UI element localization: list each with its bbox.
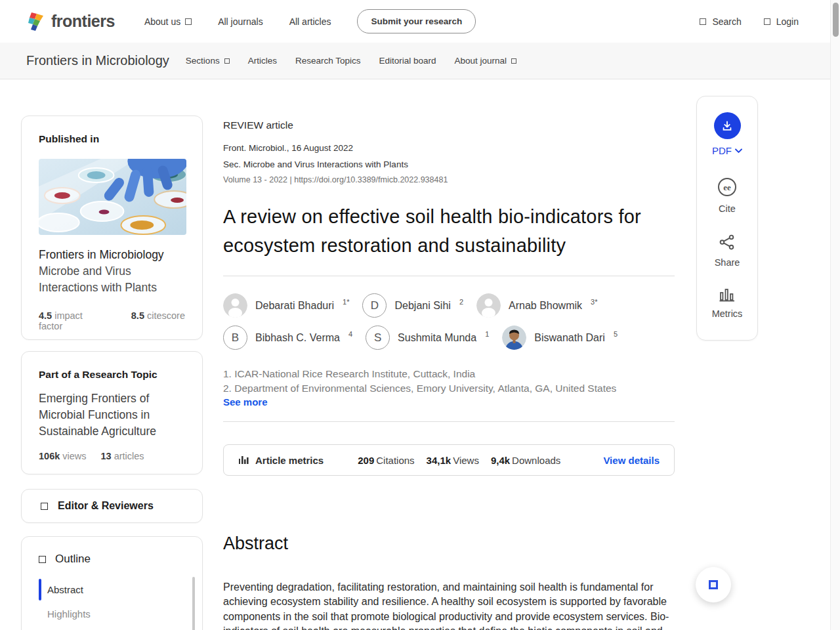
chevron-down-icon: [735, 148, 742, 154]
search-button[interactable]: Search: [700, 16, 741, 27]
frontiers-logo-icon: [26, 11, 46, 32]
authors-list: Debarati Bhaduri1* D Debjani Sihi2 Arnab…: [223, 293, 675, 350]
header-actions: Search Login: [700, 16, 799, 27]
scrollbar-thumb[interactable]: [833, 3, 839, 37]
abstract-text: Preventing degradation, facilitating res…: [223, 580, 675, 630]
article-metrics-bar: Article metrics 209Citations 34,1kViews …: [223, 444, 675, 476]
login-button[interactable]: Login: [764, 16, 799, 27]
divider: [223, 276, 675, 276]
author-avatar-photo: [502, 326, 526, 350]
journal-home-link[interactable]: Frontiers in Microbiology: [26, 53, 169, 68]
research-topic-title: Part of a Research Topic: [39, 369, 185, 381]
topic-views: 106kviews: [39, 451, 87, 461]
editor-reviewers-card[interactable]: Editor & Reviewers: [21, 489, 203, 523]
metrics-stats: 209Citations 34,1kViews 9,4kDownloads: [358, 455, 560, 466]
journal-stats: 4.5impact factor 8.5citescore: [39, 310, 185, 331]
action-rail: PDF ee Cite Share Metrics: [696, 96, 758, 341]
metrics-button[interactable]: Metrics: [712, 287, 743, 319]
author-sushmita-munda[interactable]: S Sushmita Munda1: [366, 326, 489, 350]
published-in-title: Published in: [39, 133, 185, 145]
view-details-link[interactable]: View details: [603, 455, 660, 466]
chat-icon: [709, 580, 718, 589]
author-avatar-silhouette-icon: [223, 293, 247, 318]
pdf-download-button[interactable]: [714, 112, 741, 139]
see-more-link[interactable]: See more: [223, 396, 268, 408]
outline-scrollbar[interactable]: [192, 577, 195, 630]
affiliation-2: 2. Department of Environmental Sciences,…: [223, 381, 675, 396]
views-stat: 34,1kViews: [427, 455, 479, 466]
author-avatar-silhouette-icon: [476, 293, 501, 318]
logo-wordmark: frontiers: [51, 12, 115, 31]
divider: [223, 421, 675, 422]
outline-title: Outline: [55, 553, 91, 566]
author-avatar-initial: D: [362, 293, 387, 318]
author-debjani-sihi[interactable]: D Debjani Sihi2: [362, 293, 463, 318]
article-volume-doi[interactable]: Volume 13 - 2022 | https://doi.org/10.33…: [223, 175, 675, 184]
affiliation-1: 1. ICAR-National Rice Research Institute…: [223, 367, 675, 381]
share-icon: [719, 234, 736, 251]
outline-item-highlights[interactable]: Highlights: [39, 602, 202, 626]
outline-header[interactable]: Outline: [39, 553, 202, 566]
journal-cover-image[interactable]: [39, 159, 186, 235]
author-biswanath-dari[interactable]: Biswanath Dari5: [502, 326, 618, 350]
authors-row: Debarati Bhaduri1* D Debjani Sihi2 Arnab…: [223, 293, 675, 318]
login-icon: [764, 18, 770, 25]
authors-row: B Bibhash C. Verma4 S Sushmita Munda1 Bi…: [223, 326, 675, 350]
affiliations: 1. ICAR-National Rice Research Institute…: [223, 367, 675, 408]
search-icon: [700, 18, 706, 25]
article-type-label: REVIEW article: [223, 119, 675, 131]
share-button[interactable]: Share: [715, 234, 740, 268]
research-topic-name[interactable]: Emerging Frontiers of Microbial Function…: [39, 390, 185, 440]
article-main: REVIEW article Front. Microbiol., 16 Aug…: [223, 0, 675, 630]
author-avatar-initial: B: [223, 326, 247, 350]
bar-chart-icon: [238, 455, 249, 465]
published-journal-section[interactable]: Microbe and Virus Interactions with Plan…: [39, 263, 185, 296]
pdf-dropdown[interactable]: PDF: [712, 145, 742, 156]
article-title: A review on effective soil health bio-in…: [223, 202, 675, 260]
outline-items: Abstract Highlights: [39, 578, 202, 626]
author-bibhash-verma[interactable]: B Bibhash C. Verma4: [223, 326, 352, 350]
page-scrollbar[interactable]: [830, 0, 840, 630]
published-in-card: Published in Frontiers in Microbiology M…: [21, 116, 203, 340]
editor-reviewers-title: Editor & Reviewers: [58, 500, 154, 512]
metrics-icon: [719, 287, 735, 302]
author-arnab-bhowmik[interactable]: Arnab Bhowmik3*: [476, 293, 597, 318]
impact-factor: 4.5impact factor: [39, 310, 109, 331]
feedback-fab-button[interactable]: [696, 567, 731, 602]
cite-button[interactable]: ee Cite: [717, 177, 737, 214]
citations-stat: 209Citations: [358, 455, 414, 466]
downloads-stat: 9,4kDownloads: [491, 455, 560, 466]
author-debarati-bhaduri[interactable]: Debarati Bhaduri1*: [223, 293, 349, 318]
research-topic-card: Part of a Research Topic Emerging Fronti…: [21, 351, 203, 474]
metrics-bar-title: Article metrics: [255, 455, 324, 466]
author-avatar-initial: S: [366, 326, 390, 350]
research-topic-stats: 106kviews 13articles: [39, 451, 185, 461]
people-icon: [41, 503, 48, 510]
article-journal-date: Front. Microbiol., 16 August 2022: [223, 143, 675, 153]
download-icon: [721, 119, 734, 133]
outline-card: Outline Abstract Highlights: [21, 536, 203, 630]
cite-icon: ee: [717, 177, 737, 197]
nav-about-us[interactable]: About us: [144, 16, 192, 27]
published-journal-name[interactable]: Frontiers in Microbiology: [39, 248, 185, 262]
frontiers-logo[interactable]: frontiers: [26, 11, 115, 32]
topic-articles: 13articles: [101, 451, 144, 461]
outline-item-abstract[interactable]: Abstract: [39, 578, 202, 602]
article-section: Sec. Microbe and Virus Interactions with…: [223, 159, 675, 169]
citescore: 8.5citescore: [131, 310, 185, 331]
svg-text:ee: ee: [723, 182, 731, 192]
abstract-heading: Abstract: [223, 534, 675, 554]
outline-icon: [39, 556, 46, 563]
dropdown-icon: [185, 18, 192, 25]
